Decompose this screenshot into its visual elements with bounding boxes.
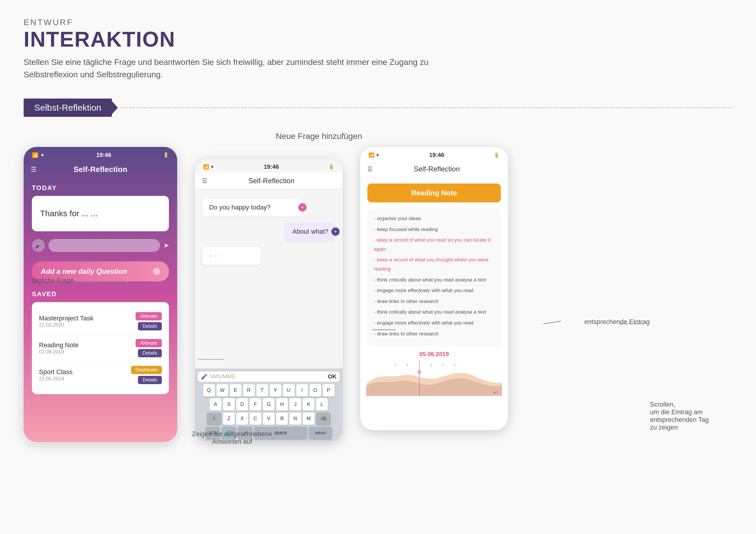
keyboard-mic-icon[interactable]: 🎤 xyxy=(201,373,207,380)
phone1-title: Self-Reflection xyxy=(73,165,127,174)
key-i[interactable]: I xyxy=(296,384,308,396)
key-e[interactable]: E xyxy=(230,384,242,396)
input-field[interactable] xyxy=(48,239,160,252)
key-p[interactable]: P xyxy=(323,384,335,396)
aktivate-btn-1[interactable]: Aktivate xyxy=(136,312,162,320)
key-backspace[interactable]: ⌫ xyxy=(316,413,331,425)
phone3-title: Self-Reflection xyxy=(373,165,501,173)
svg-text:↩: ↩ xyxy=(493,389,498,395)
key-o[interactable]: O xyxy=(310,384,321,396)
note-10: - draw links to other research xyxy=(374,330,494,339)
section-label: Selbst-Reflektion xyxy=(24,98,112,117)
saved-item-2-name: Reading Note xyxy=(39,341,136,349)
page-container: ENTWURF INTERAKTION Stellen Sie eine täg… xyxy=(0,0,756,534)
saved-item-2-date: 02.08.2019 xyxy=(39,349,136,355)
key-s[interactable]: S xyxy=(223,398,235,411)
chat-dots: ·· ·· · xyxy=(202,247,261,265)
key-x[interactable]: X xyxy=(236,413,248,425)
note-2: - keep focused while reading xyxy=(374,225,494,234)
phone2-frame: 📶 ✦ 19:46 🔋 ☰ Self-Reflection Do you hap… xyxy=(195,159,342,442)
svg-point-1 xyxy=(418,371,421,374)
add-question-dot xyxy=(153,268,160,275)
phones-wrapper: 📶 ✦ 19:46 🔋 ☰ Self-Reflection TODAY xyxy=(24,147,732,442)
key-t[interactable]: T xyxy=(256,384,268,396)
phone3-time: 19:46 xyxy=(429,152,444,159)
key-d[interactable]: D xyxy=(236,398,248,411)
saved-item-1-date: 22.03.2020 xyxy=(39,322,136,328)
saved-item-3-date: 22.06.2019 xyxy=(39,376,131,382)
deaktivate-btn-3[interactable]: Deaktivate xyxy=(131,366,162,374)
phone2-header: ☰ Self-Reflection xyxy=(195,173,342,190)
signal-icon: 📶 xyxy=(32,152,39,159)
keyboard-row-1: Q W E R T Y U I O P xyxy=(198,384,339,396)
key-j[interactable]: J xyxy=(289,398,301,411)
key-f[interactable]: F xyxy=(250,398,261,411)
note-5: - think critically about what you read a… xyxy=(374,276,494,285)
key-w[interactable]: W xyxy=(216,384,228,396)
key-k[interactable]: K xyxy=(303,398,314,411)
phone3-frame: 📶 ✦ 19:46 🔋 ☰ Self-Reflection Reading No… xyxy=(360,147,508,430)
annotation-zeigen: Zeigen die aufgeschriebene Antworten auf xyxy=(192,430,272,445)
key-q[interactable]: Q xyxy=(203,384,215,396)
saved-item-3-name: Sport Class xyxy=(39,368,131,376)
key-y[interactable]: Y xyxy=(270,384,282,396)
today-label: TODAY xyxy=(32,184,169,192)
header-description: Stellen Sie eine tägliche Frage und bean… xyxy=(24,56,437,81)
phone2-hamburger-icon[interactable]: ☰ xyxy=(202,177,207,184)
key-a[interactable]: A xyxy=(210,398,222,411)
mic-icon[interactable]: 🎤 xyxy=(32,239,45,252)
phone1-frame: 📶 ✦ 19:46 🔋 ☰ Self-Reflection TODAY xyxy=(24,147,177,442)
key-l[interactable]: L xyxy=(316,398,328,411)
phone2-title: Self-Reflection xyxy=(207,177,336,185)
key-n[interactable]: N xyxy=(289,413,301,425)
phone3-header: ☰ Self-Reflection xyxy=(360,161,508,178)
phone3-status-bar: 📶 ✦ 19:46 🔋 xyxy=(360,147,508,161)
keyboard-top-bar: 🎤 SMS/MMS OK xyxy=(198,371,339,382)
note-9: - engage more effectively with what you … xyxy=(374,318,494,328)
svg-point-12 xyxy=(620,323,621,325)
annotation-tagliche-frage: tägliche Frage xyxy=(33,277,73,284)
saved-item-1-name: Masterproject Task xyxy=(39,315,136,322)
key-m[interactable]: M xyxy=(303,413,314,425)
add-bubble-icon-1[interactable]: + xyxy=(298,203,307,212)
phone1-today-section: TODAY Thanks for ... ... xyxy=(24,178,177,236)
key-b[interactable]: B xyxy=(276,413,288,425)
note-8: - think critically about what you read a… xyxy=(374,308,494,317)
chat-text-2: About what? xyxy=(292,228,328,235)
bluetooth-icon: ✦ xyxy=(40,152,44,159)
key-return[interactable]: return xyxy=(309,427,332,439)
saved-item-1-buttons: Aktivate Details xyxy=(136,312,162,330)
details-btn-3[interactable]: Details xyxy=(138,376,162,384)
key-r[interactable]: R xyxy=(243,384,255,396)
chat-dots-text: ·· ·· · xyxy=(209,252,222,259)
aktivate-btn-2[interactable]: Aktivate xyxy=(136,339,162,347)
phones-container: 📶 ✦ 19:46 🔋 ☰ Self-Reflection TODAY xyxy=(24,147,732,442)
reading-note-btn[interactable]: Reading Note xyxy=(367,184,501,202)
key-z[interactable]: Z xyxy=(223,413,235,425)
keyboard-placeholder: SMS/MMS xyxy=(210,373,325,380)
send-icon[interactable]: ➤ xyxy=(164,242,169,249)
neue-frage-label: Neue Frage hinzufügen xyxy=(142,132,496,141)
key-v[interactable]: V xyxy=(263,413,275,425)
key-c[interactable]: C xyxy=(250,413,261,425)
note-4: - keep a record of what you thought whil… xyxy=(374,256,494,273)
keyboard-ok[interactable]: OK xyxy=(328,373,337,380)
key-shift[interactable]: ⇧ xyxy=(207,413,222,425)
key-u[interactable]: U xyxy=(283,384,295,396)
chat-area: Do you happy today? + About what? + ·· ·… xyxy=(195,190,342,274)
add-bubble-icon-2[interactable]: + xyxy=(331,227,339,236)
details-btn-1[interactable]: Details xyxy=(138,322,162,330)
saved-card: Masterproject Task 22.03.2020 Aktivate D… xyxy=(32,302,169,394)
phone3-hamburger-icon[interactable]: ☰ xyxy=(367,165,373,173)
key-h[interactable]: H xyxy=(276,398,288,411)
details-btn-2[interactable]: Details xyxy=(138,349,162,357)
header-entwurf: ENTWURF xyxy=(24,18,732,27)
annotation-scrollen: Scrollen, um die Eintrag am entsprechend… xyxy=(650,401,709,431)
key-g[interactable]: G xyxy=(263,398,275,411)
note-7: - draw links to other research xyxy=(374,297,494,306)
phone2-signal-icon: 📶 ✦ xyxy=(203,164,214,170)
phone2-time: 19:46 xyxy=(264,164,279,170)
chart-area: ↩ xyxy=(366,361,502,396)
add-question-label: Add a new daily Question xyxy=(41,267,127,276)
hamburger-icon[interactable]: ☰ xyxy=(31,166,37,173)
